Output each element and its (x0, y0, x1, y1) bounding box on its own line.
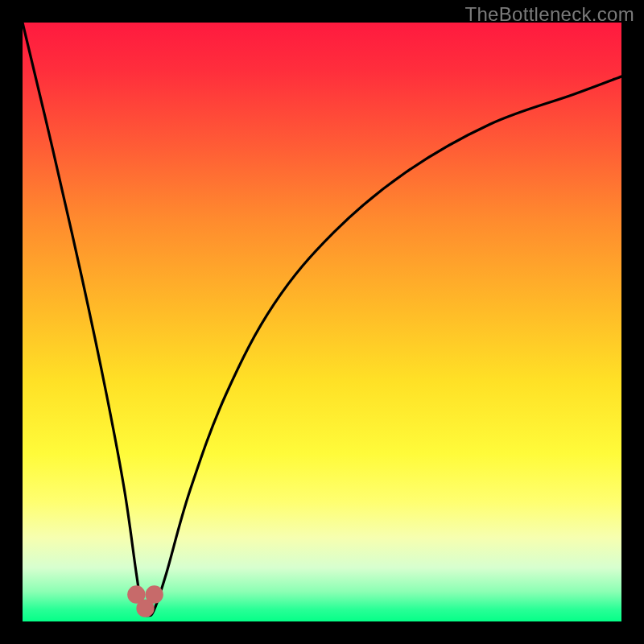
bottleneck-curve (23, 23, 621, 616)
watermark-text: TheBottleneck.com (464, 3, 634, 26)
chart-plot-area (23, 23, 621, 621)
chart-svg (23, 23, 621, 621)
chart-frame: TheBottleneck.com (0, 0, 644, 644)
optimum-marker (136, 599, 154, 617)
